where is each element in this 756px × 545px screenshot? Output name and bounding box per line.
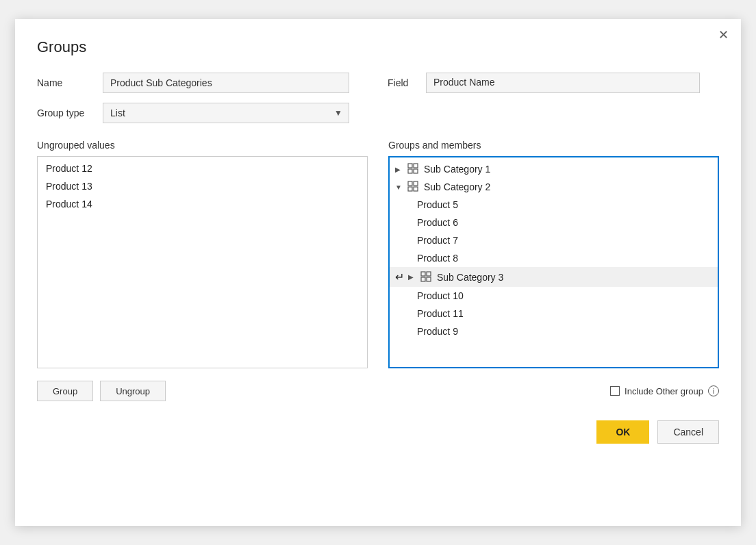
groups-dialog: ✕ Groups Name Field Product Name Group t… xyxy=(15,19,741,526)
name-label: Name xyxy=(37,77,92,88)
member-item[interactable]: Product 10 xyxy=(390,287,718,305)
dialog-title: Groups xyxy=(37,38,719,56)
include-other-group: Include Other group i xyxy=(610,385,719,396)
list-item[interactable]: Product 14 xyxy=(38,195,367,213)
ungrouped-section: Ungrouped values Product 12 Product 13 P… xyxy=(37,140,368,368)
svg-rect-4 xyxy=(408,181,412,186)
group-label: Sub Category 3 xyxy=(437,272,503,283)
member-item[interactable]: Product 7 xyxy=(390,231,718,249)
name-input[interactable] xyxy=(103,73,349,93)
svg-rect-0 xyxy=(408,164,412,168)
svg-rect-7 xyxy=(414,187,418,191)
groups-title: Groups and members xyxy=(388,140,719,151)
grid-icon xyxy=(407,163,418,174)
group-type-select-wrapper: List Bin ▼ xyxy=(103,103,349,123)
group-button[interactable]: Group xyxy=(37,381,93,401)
expand-icon: ▶ xyxy=(395,166,405,173)
lists-row: Ungrouped values Product 12 Product 13 P… xyxy=(37,140,719,368)
svg-rect-9 xyxy=(427,272,431,276)
group-item-sub-category-2[interactable]: ▼ Sub Category 2 xyxy=(390,178,718,196)
member-item[interactable]: Product 11 xyxy=(390,305,718,322)
group-label: Sub Category 2 xyxy=(424,181,490,192)
group-item-sub-category-1[interactable]: ▶ Sub Category 1 xyxy=(390,160,718,178)
list-item[interactable]: Product 13 xyxy=(38,177,367,195)
ok-button[interactable]: OK xyxy=(596,420,649,444)
svg-rect-6 xyxy=(408,187,412,191)
group-item-sub-category-3[interactable]: ↵ ▶ Sub Category 3 xyxy=(390,267,718,287)
ungrouped-list[interactable]: Product 12 Product 13 Product 14 xyxy=(37,156,368,368)
member-item[interactable]: Product 9 xyxy=(390,322,718,340)
svg-rect-11 xyxy=(427,277,431,281)
group-type-label: Group type xyxy=(37,107,92,118)
member-item[interactable]: Product 5 xyxy=(390,196,718,214)
group-type-row: Group type List Bin ▼ xyxy=(37,103,719,123)
groups-list[interactable]: ▶ Sub Category 1 ▼ xyxy=(388,156,719,368)
svg-rect-5 xyxy=(414,181,418,186)
group-label: Sub Category 1 xyxy=(424,164,490,175)
ungrouped-title: Ungrouped values xyxy=(37,140,368,151)
ungroup-button[interactable]: Ungroup xyxy=(100,381,166,401)
buttons-row: Group Ungroup Include Other group i xyxy=(37,381,719,401)
grid-icon xyxy=(407,181,418,192)
cursor-arrow-icon: ↵ xyxy=(395,270,404,283)
field-label: Field xyxy=(388,77,415,88)
groups-section: Groups and members ▶ Sub Category 1 xyxy=(388,140,719,368)
svg-rect-8 xyxy=(421,272,425,276)
svg-rect-1 xyxy=(414,164,418,168)
include-other-label: Include Other group xyxy=(625,386,703,396)
include-other-checkbox[interactable] xyxy=(610,386,620,396)
footer-row: OK Cancel xyxy=(37,420,719,444)
member-item[interactable]: Product 8 xyxy=(390,249,718,267)
member-item[interactable]: Product 6 xyxy=(390,214,718,231)
group-type-select[interactable]: List Bin xyxy=(103,103,349,123)
cancel-button[interactable]: Cancel xyxy=(657,420,719,444)
name-field-row: Name Field Product Name xyxy=(37,73,719,93)
collapse-icon: ▼ xyxy=(395,183,405,191)
svg-rect-2 xyxy=(408,169,412,173)
grid-icon xyxy=(420,271,431,282)
svg-rect-3 xyxy=(414,169,418,173)
close-button[interactable]: ✕ xyxy=(718,29,729,41)
info-icon[interactable]: i xyxy=(708,385,719,396)
svg-rect-10 xyxy=(421,277,425,281)
list-item[interactable]: Product 12 xyxy=(38,160,367,177)
field-value: Product Name xyxy=(426,73,700,93)
expand-icon: ▶ xyxy=(408,273,418,281)
